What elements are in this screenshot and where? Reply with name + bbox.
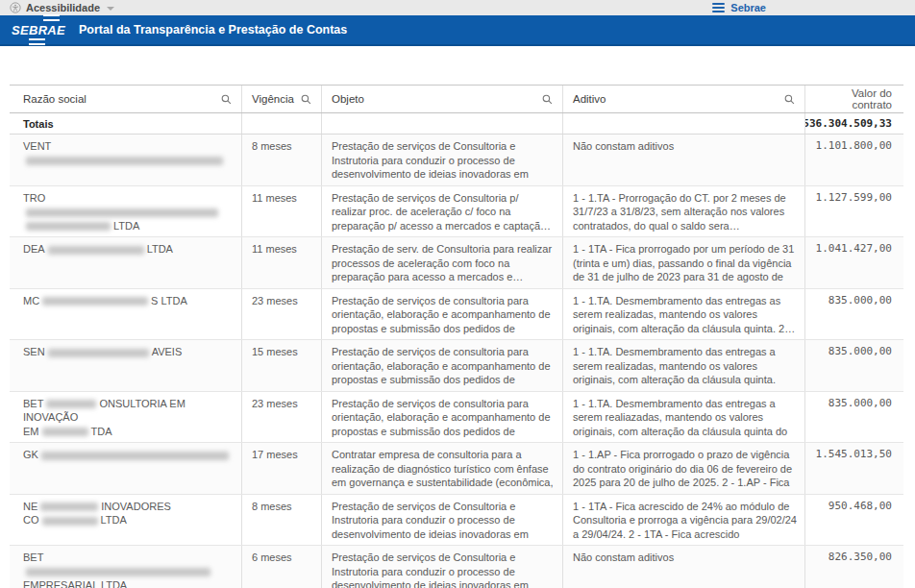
cell-vigencia[interactable]: 23 meses xyxy=(242,289,322,340)
search-icon[interactable] xyxy=(540,92,555,107)
column-header-objeto[interactable]: Objeto xyxy=(322,86,563,112)
cell-objeto[interactable]: Prestação de serv. de Consultoria para r… xyxy=(322,237,563,288)
cell-valor-do-contrato[interactable]: 950.468,00 xyxy=(805,495,903,546)
cell-aditivo[interactable]: 1 - 1.AP - Fica prorrogado o prazo de vi… xyxy=(563,443,805,494)
redacted-text xyxy=(26,208,218,217)
cell-objeto[interactable]: Prestação de serviços de Consultoria e I… xyxy=(322,135,563,185)
cell-aditivo[interactable]: 1 - 1.TA. Desmembramento das entregas as… xyxy=(563,289,805,340)
cell-objeto[interactable]: Prestação de serviços de Consultoria e I… xyxy=(322,546,563,588)
cell-vigencia[interactable]: 17 meses xyxy=(242,443,322,494)
table-row: NEINOVADORESCOLTDA8 mesesPrestação de se… xyxy=(10,495,903,547)
table-row: BETONSULTORIA EM INOVAÇÃOEMTDA23 mesesPr… xyxy=(10,392,903,444)
cell-valor-do-contrato[interactable]: 1.545.013,50 xyxy=(805,443,903,494)
cell-objeto[interactable]: Prestação de serviços de consultoria par… xyxy=(322,340,563,391)
cell-objeto[interactable]: Contratar empresa de consultoria para a … xyxy=(322,443,563,494)
chevron-down-icon xyxy=(107,7,114,11)
cell-aditivo[interactable]: 1 - 1TA - Fica acrescido de 24% ao módul… xyxy=(563,495,805,546)
accessibility-label: Acessibilidade xyxy=(26,2,100,13)
cell-razao-social[interactable]: DEALTDA xyxy=(10,237,242,288)
top-utility-bar: Acessibilidade Sebrae xyxy=(0,0,915,15)
cell-razao-social[interactable]: BETONSULTORIA EM INOVAÇÃOEMTDA xyxy=(10,392,242,443)
cell-razao-social[interactable]: VENT xyxy=(10,135,242,185)
table-row: BETEMPRESARIAL LTDA6 mesesPrestação de s… xyxy=(10,546,903,588)
cell-valor-do-contrato[interactable]: 1.101.800,00 xyxy=(805,135,903,185)
redacted-text xyxy=(40,502,98,511)
column-header-razao-social[interactable]: Razão social xyxy=(10,86,242,112)
sebrae-menu-label: Sebrae xyxy=(730,2,766,13)
redacted-text xyxy=(26,157,223,165)
cell-vigencia[interactable]: 8 meses xyxy=(242,135,322,185)
logo-lines-top xyxy=(43,14,60,22)
sebrae-menu-button[interactable]: Sebrae xyxy=(712,2,766,13)
sebrae-logo: SEBRAE xyxy=(12,16,65,44)
table-row: DEALTDA11 mesesPrestação de serv. de Con… xyxy=(10,237,903,289)
cell-valor-do-contrato[interactable]: 835.000,00 xyxy=(805,340,903,391)
redacted-text xyxy=(42,517,98,526)
cell-vigencia[interactable]: 23 meses xyxy=(242,392,322,443)
column-header-aditivo[interactable]: Aditivo xyxy=(563,86,805,112)
redacted-text xyxy=(42,428,88,436)
app-header: SEBRAE Portal da Transparência e Prestaç… xyxy=(0,15,915,46)
cell-vigencia[interactable]: 11 meses xyxy=(242,237,322,288)
table-row: GK17 mesesContratar empresa de consultor… xyxy=(10,443,903,495)
column-header-valor-do-contrato[interactable]: Valor do contrato xyxy=(805,86,903,112)
cell-objeto[interactable]: Prestação de serviços de consultoria par… xyxy=(322,289,563,340)
cell-vigencia[interactable]: 8 meses xyxy=(242,495,322,546)
cell-razao-social[interactable]: TROLTDA xyxy=(10,186,242,237)
search-icon[interactable] xyxy=(219,92,234,107)
totals-label: Totais xyxy=(10,113,242,134)
search-icon[interactable] xyxy=(299,92,313,107)
cell-razao-social[interactable]: SENAVEIS xyxy=(10,340,242,391)
redacted-text xyxy=(48,349,149,357)
redacted-text xyxy=(26,222,111,231)
page-title: Portal da Transparência e Prestação de C… xyxy=(79,23,347,37)
totals-row: Totais 5.536.304.509,33 xyxy=(10,113,903,135)
cell-vigencia[interactable]: 15 meses xyxy=(242,340,322,391)
logo-lines-bottom xyxy=(29,38,45,46)
cell-razao-social[interactable]: GK xyxy=(10,443,242,494)
cell-aditivo[interactable]: 1 - 1.TA. Desmembramento das entregas a … xyxy=(563,340,805,391)
hamburger-icon xyxy=(712,3,725,12)
table-row: MCS LTDA23 mesesPrestação de serviços de… xyxy=(10,289,903,341)
cell-valor-do-contrato[interactable]: 1.127.599,00 xyxy=(805,186,903,237)
table-row: TROLTDA11 mesesPrestação de serviços de … xyxy=(10,186,903,238)
cell-razao-social[interactable]: NEINOVADORESCOLTDA xyxy=(10,495,242,546)
cell-objeto[interactable]: Prestação de serviços de consultoria par… xyxy=(322,392,563,443)
contracts-table: Razão social Vigência Objeto Aditivo Val… xyxy=(10,85,903,588)
accessibility-menu[interactable]: Acessibilidade xyxy=(10,2,114,13)
cell-objeto[interactable]: Prestação de serviços de Consultoria e I… xyxy=(322,495,563,546)
cell-valor-do-contrato[interactable]: 835.000,00 xyxy=(805,289,903,340)
cell-aditivo[interactable]: Não constam aditivos xyxy=(563,546,805,588)
cell-aditivo[interactable]: Não constam aditivos xyxy=(563,135,805,185)
redacted-text xyxy=(46,400,96,408)
table-header-row: Razão social Vigência Objeto Aditivo Val… xyxy=(10,85,903,113)
column-header-vigencia[interactable]: Vigência xyxy=(242,86,322,112)
cell-aditivo[interactable]: 1 - 1.TA. Desmembramento das entregas a … xyxy=(563,392,805,443)
table-row: SENAVEIS15 mesesPrestação de serviços de… xyxy=(10,340,903,392)
totals-value: 5.536.304.509,33 xyxy=(805,113,903,134)
table-body: VENT8 mesesPrestação de serviços de Cons… xyxy=(10,135,903,588)
cell-razao-social[interactable]: BETEMPRESARIAL LTDA xyxy=(10,546,242,588)
table-row: VENT8 mesesPrestação de serviços de Cons… xyxy=(10,135,903,186)
cell-valor-do-contrato[interactable]: 835.000,00 xyxy=(805,392,903,443)
redacted-text xyxy=(42,297,148,306)
cell-aditivo[interactable]: 1 - 1.TA - Prorrogação do CT. por 2 mese… xyxy=(563,186,805,237)
accessibility-icon xyxy=(10,2,21,13)
cell-objeto[interactable]: Prestação de serviços de Consultoria p/ … xyxy=(322,186,563,237)
redacted-text xyxy=(48,246,144,255)
redacted-text xyxy=(26,568,210,576)
cell-vigencia[interactable]: 11 meses xyxy=(242,186,322,237)
cell-vigencia[interactable]: 6 meses xyxy=(242,546,322,588)
cell-valor-do-contrato[interactable]: 1.041.427,00 xyxy=(805,237,903,288)
cell-valor-do-contrato[interactable]: 826.350,00 xyxy=(805,546,903,588)
search-icon[interactable] xyxy=(782,92,797,107)
cell-razao-social[interactable]: MCS LTDA xyxy=(10,289,242,340)
cell-aditivo[interactable]: 1 - 1TA - Fica prorrogado por um período… xyxy=(563,237,805,288)
redacted-text xyxy=(41,452,229,460)
